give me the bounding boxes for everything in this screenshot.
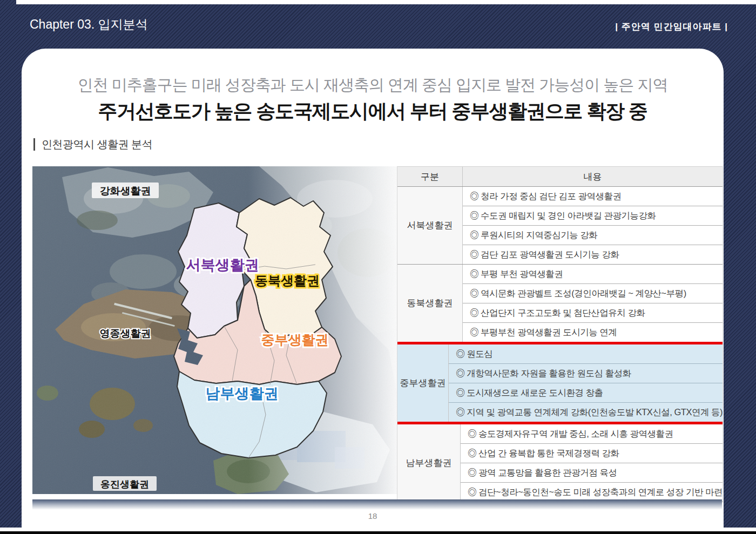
map-label-jungbu: 중부생활권 [261,332,329,347]
group-items: ◎ 원도심◎ 개항역사문화 자원을 활용한 원도심 활성화◎ 도시재생으로 새로… [449,344,723,422]
content-card: 인천 미추홀구는 미래 성장축과 도시 재생축의 연계 중심 입지로 발전 가능… [22,49,724,532]
map-label-yeongjong: 영종생활권 [100,328,151,339]
group-name-cell: 동북생활권 [397,265,463,342]
map-label-ongjin: 옹진생활권 [100,479,149,490]
group-name-cell: 서북생활권 [397,187,463,264]
group-name-cell: 중부생활권 [397,344,449,422]
document-title: | 주안역 민간임대아파트 | [615,21,728,33]
content-cell: ◎ 광역 교통망을 활용한 관광거점 육성 [461,463,723,482]
content-cell: ◎ 산업 간 융복합 통한 국제경쟁력 강화 [461,443,723,463]
page-number: 18 [22,511,724,521]
map-label-nambu: 남부생활권 [206,386,279,402]
section-heading-text: 인천광역시 생활권 분석 [42,137,152,152]
group-items: ◎ 청라 가정 중심 검단 김포 광역생활권◎ 수도권 매립지 및 경인 아라뱃… [463,187,723,264]
bottom-white-edge [0,528,756,531]
table-header-row: 구분 내용 [397,166,723,187]
content-cell: ◎ 도시재생으로 새로운 도시환경 창출 [449,383,723,402]
content-cell: ◎ 청라 가정 중심 검단 김포 광역생활권 [463,187,723,206]
content-cell: ◎ 산업단지 구조고도화 및 첨단산업유치 강화 [463,303,723,322]
table-group: 남부생활권◎ 송도경제자유구역 개발 중심, 소래 시흥 광역생활권◎ 산업 간… [397,424,723,502]
content-cell: ◎ 루원시티의 지역중심기능 강화 [463,225,723,245]
map-label-dongbuk: 동북생활권 [255,273,320,288]
map-label-ganghwa: 강화생활권 [100,185,151,197]
section-heading-bar [33,138,35,151]
content-cell: ◎ 부평부천 광역생활권 도시기능 연계 [463,322,723,342]
map-svg: 강화생활권 서북생활권 동북생활권 영종생활권 중부생활권 남부생활권 옹진생활… [32,166,397,494]
zones-table-body: 서북생활권◎ 청라 가정 중심 검단 김포 광역생활권◎ 수도권 매립지 및 경… [397,187,723,502]
map-label-seobuk: 서북생활권 [186,257,259,273]
incheon-living-zones-map: 강화생활권 서북생활권 동북생활권 영종생활권 중부생활권 남부생활권 옹진생활… [32,166,397,494]
headline-line1: 인천 미추홀구는 미래 성장축과 도시 재생축의 연계 중심 입지로 발전 가능… [22,75,724,96]
group-name-cell: 남부생활권 [397,424,461,502]
top-white-edge [16,0,756,4]
content-cell: ◎ 송도경제자유구역 개발 중심, 소래 시흥 광역생활권 [461,424,723,443]
section-heading: 인천광역시 생활권 분석 [33,137,152,152]
table-group: 서북생활권◎ 청라 가정 중심 검단 김포 광역생활권◎ 수도권 매립지 및 경… [397,187,723,264]
noise-overlay [32,166,397,494]
group-items: ◎ 송도경제자유구역 개발 중심, 소래 시흥 광역생활권◎ 산업 간 융복합 … [461,424,723,502]
content-cell: ◎ 개항역사문화 자원을 활용한 원도심 활성화 [449,363,723,383]
content-cell: ◎ 부평 부천 광역생활권 [463,265,723,283]
zones-table: 구분 내용 서북생활권◎ 청라 가정 중심 검단 김포 광역생활권◎ 수도권 매… [397,166,723,502]
table-header-category: 구분 [397,167,463,186]
group-items: ◎ 부평 부천 광역생활권◎ 역시문화 관광벨트 조성(경인아래뱃길 ~ 계양산… [463,265,723,342]
bottom-black-edge [0,531,756,534]
content-cell: ◎ 검단 김포 광역생활권 도시기능 강화 [463,245,723,264]
table-header-content: 내용 [463,167,723,186]
content-cell: ◎ 원도심 [449,344,723,363]
bottom-gradient-bar [32,499,722,510]
chapter-title: Chapter 03. 입지분석 [30,16,148,33]
content-cell: ◎ 수도권 매립지 및 경인 아라뱃길 관광기능강화 [463,206,723,225]
headline-line2: 주거선호도가 높은 송도국제도시에서 부터 중부생활권으로 확장 중 [22,98,724,125]
table-group: 중부생활권◎ 원도심◎ 개항역사문화 자원을 활용한 원도심 활성화◎ 도시재생… [397,342,723,424]
content-cell: ◎ 지역 및 광역교통 연계체계 강화(인천송도발 KTX신설, GTX연계 등… [449,402,723,422]
table-group: 동북생활권◎ 부평 부천 광역생활권◎ 역시문화 관광벨트 조성(경인아래뱃길 … [397,264,723,342]
slide-page: Chapter 03. 입지분석 | 주안역 민간임대아파트 | 인천 미추홀구… [0,0,756,534]
content-cell: ◎ 역시문화 관광벨트 조성(경인아래뱃길 ~ 계양산~부평) [463,283,723,303]
content-cell: ◎ 검단~청라~동인천~송도 미래 성장축과의 연계로 성장 기반 마련 [461,482,723,502]
